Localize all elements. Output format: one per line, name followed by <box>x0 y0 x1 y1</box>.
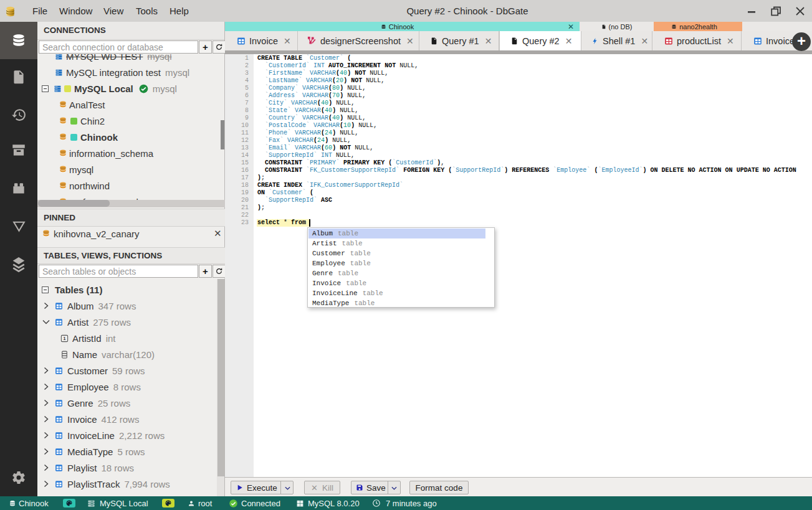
svg-text:1: 1 <box>64 336 66 341</box>
